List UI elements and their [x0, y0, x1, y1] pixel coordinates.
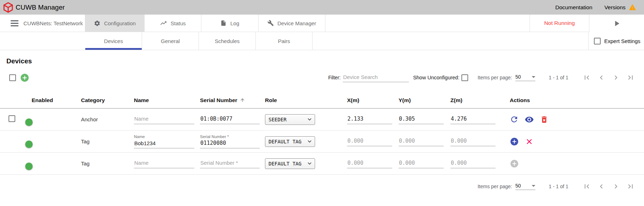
add-device-button[interactable] [20, 73, 29, 83]
z-input[interactable] [450, 115, 496, 124]
subtab-devices[interactable]: Devices [85, 32, 142, 50]
network-selector[interactable]: CUWBNets: TestNetwork [0, 15, 85, 32]
category-cell: Tag [81, 138, 134, 144]
expert-settings: Expert Settings [588, 32, 644, 50]
x-input[interactable] [347, 137, 392, 146]
table-row: Anchor SEEDER [0, 109, 644, 131]
table-row: Tag Name Serial Number * DEFAULT TAG [0, 131, 644, 153]
serial-input[interactable] [200, 139, 260, 148]
page-range-label: 1 - 1 of 1 [549, 75, 568, 80]
tab-log[interactable]: Log [201, 15, 259, 32]
prev-page-button[interactable] [597, 182, 606, 191]
y-input[interactable] [399, 115, 444, 124]
x-input[interactable] [347, 159, 392, 168]
tab-configuration-label: Configuration [104, 20, 136, 26]
row-select-checkbox[interactable] [9, 115, 15, 122]
documentation-link[interactable]: Documentation [555, 4, 592, 11]
y-input[interactable] [399, 137, 444, 146]
actions-cell [507, 159, 644, 168]
last-page-button[interactable] [626, 182, 635, 191]
y-cell [399, 159, 450, 168]
table-row: Tag DEFAULT TAG [0, 153, 644, 175]
versions-label: Versions [605, 4, 626, 11]
name-input[interactable] [134, 159, 194, 168]
items-per-page-select[interactable]: 50 [515, 74, 535, 81]
select-all-checkbox[interactable] [9, 74, 16, 81]
tab-device-manager-label: Device Manager [277, 20, 316, 26]
subtab-general[interactable]: General [142, 32, 199, 50]
cancel-button[interactable] [525, 137, 534, 146]
first-page-button[interactable] [583, 182, 591, 191]
next-page-button[interactable] [612, 73, 620, 82]
expert-settings-checkbox[interactable] [594, 38, 601, 44]
devices-toolbar: Filter: Show Unconfigured: Items per pag… [0, 71, 644, 84]
prev-page-icon [597, 73, 606, 82]
dropdown-caret-icon [532, 185, 535, 187]
network-status: Not Running [530, 15, 589, 32]
show-unconfigured-checkbox[interactable] [461, 74, 468, 81]
x-cell [347, 159, 399, 168]
role-cell: DEFAULT TAG [265, 158, 347, 169]
role-select[interactable]: DEFAULT TAG [265, 158, 315, 169]
name-input[interactable] [134, 139, 194, 148]
select-chevron-icon [308, 140, 312, 143]
devices-page: Devices Filter: Show Unconfigured: Items… [0, 50, 644, 193]
versions-link[interactable]: Versions [605, 4, 636, 11]
next-page-button[interactable] [612, 182, 620, 191]
device-search-input[interactable] [343, 73, 409, 82]
serial-input[interactable] [200, 115, 260, 124]
z-input[interactable] [450, 159, 496, 168]
serial-cell: Serial Number * [200, 134, 265, 148]
header-role: Role [265, 97, 347, 104]
visibility-button[interactable] [525, 115, 534, 124]
next-page-icon [612, 182, 620, 191]
next-page-icon [612, 73, 620, 82]
refresh-button[interactable] [510, 115, 519, 124]
network-label: CUWBNets: TestNetwork [23, 20, 83, 26]
subtab-schedules[interactable]: Schedules [199, 32, 256, 50]
wrench-icon [267, 20, 274, 26]
cuwb-manager-app: CUWB Manager Documentation Versions CUWB… [0, 0, 644, 206]
tab-device-manager[interactable]: Device Manager [259, 15, 325, 32]
first-page-icon [583, 182, 591, 191]
category-cell: Anchor [81, 116, 134, 122]
start-network-button[interactable] [589, 15, 644, 32]
dropdown-caret-icon [532, 76, 535, 78]
x-cell [347, 137, 399, 146]
last-page-button[interactable] [626, 73, 635, 82]
prev-page-button[interactable] [597, 73, 606, 82]
x-input[interactable] [347, 115, 392, 124]
name-input[interactable] [134, 115, 194, 124]
subtab-spacer [0, 32, 85, 50]
name-cell [134, 115, 200, 124]
confirm-add-button[interactable] [510, 137, 519, 146]
y-cell [399, 115, 450, 124]
filter-label: Filter: [328, 75, 341, 80]
tab-configuration[interactable]: Configuration [85, 15, 145, 32]
delete-button[interactable] [540, 115, 548, 124]
x-cell [347, 115, 399, 124]
first-page-button[interactable] [583, 73, 591, 82]
network-status-label: Not Running [544, 20, 575, 26]
role-select[interactable]: DEFAULT TAG [265, 136, 315, 147]
z-input[interactable] [450, 137, 496, 146]
expert-settings-label: Expert Settings [604, 38, 640, 44]
name-field-label: Name [134, 134, 200, 139]
subtab-pairs[interactable]: Pairs [256, 32, 313, 50]
toolbar-left [9, 73, 29, 83]
header-z: Z(m) [450, 97, 507, 104]
toolbar-right: Filter: Show Unconfigured: Items per pag… [328, 73, 635, 82]
serial-input[interactable] [200, 159, 260, 168]
header-y: Y(m) [399, 97, 450, 104]
y-cell [399, 137, 450, 146]
items-per-page-select[interactable]: 50 [515, 183, 535, 190]
nav-spacer [325, 15, 530, 32]
y-input[interactable] [399, 159, 444, 168]
role-cell: DEFAULT TAG [265, 136, 347, 147]
last-page-icon [626, 73, 635, 82]
plus-circle-icon [510, 159, 519, 168]
header-serial[interactable]: Serial Number [200, 97, 265, 104]
tab-status[interactable]: Status [145, 15, 201, 32]
header-enabled: Enabled [28, 97, 81, 104]
role-select[interactable]: SEEDER [265, 114, 315, 125]
